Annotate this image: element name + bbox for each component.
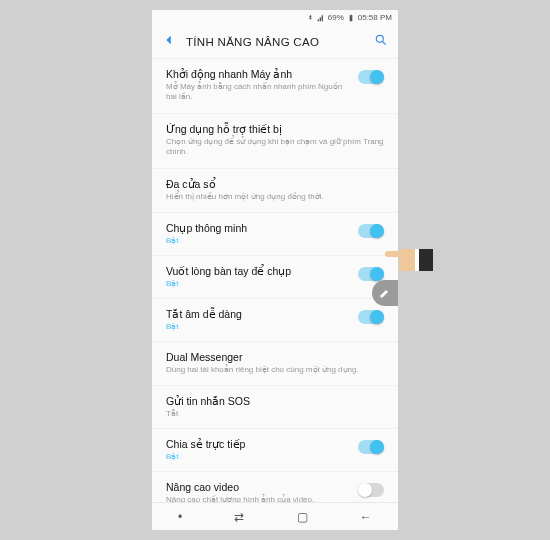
phone-container: 69% 05:58 PM TÍNH NĂNG NÂNG CAO Khởi độn… [152,10,398,530]
nav-back[interactable]: ← [360,510,372,524]
settings-item-title: Gửi tin nhắn SOS [166,395,384,407]
settings-item[interactable]: Ứng dụng hỗ trợ thiết bịChọn ứng dụng để… [152,114,398,169]
toggle-switch[interactable] [358,70,384,84]
settings-item[interactable]: Gửi tin nhắn SOSTắt [152,386,398,429]
settings-item-text: Dual MessengerDùng hai tài khoản riêng b… [166,351,384,375]
bluetooth-icon [306,14,314,22]
settings-item-title: Đa cửa sổ [166,178,384,190]
settings-item-status: Bật [166,279,350,288]
toggle-switch[interactable] [358,483,384,497]
edit-fab[interactable] [372,280,398,306]
settings-item-text: Gửi tin nhắn SOSTắt [166,395,384,418]
settings-item[interactable]: Đa cửa sổHiển thị nhiều hơn một ứng dụng… [152,169,398,213]
settings-item-title: Khởi động nhanh Máy ảnh [166,68,350,80]
battery-percent: 69% [328,13,344,22]
pencil-icon [379,287,391,299]
settings-item-text: Đa cửa sổHiển thị nhiều hơn một ứng dụng… [166,178,384,202]
clock: 05:58 PM [358,13,392,22]
chevron-left-icon [162,33,176,47]
search-icon [374,33,388,47]
settings-item-subtitle: Nâng cao chất lượng hình ảnh của video. [166,495,350,502]
settings-item-status: Bật [166,452,350,461]
settings-item-title: Chia sẻ trực tiếp [166,438,350,450]
settings-item-title: Tắt âm dễ dàng [166,308,350,320]
status-bar: 69% 05:58 PM [152,10,398,25]
nav-home[interactable]: ▢ [297,510,308,524]
search-button[interactable] [374,33,388,51]
settings-item[interactable]: Chia sẻ trực tiếpBật [152,429,398,472]
settings-item-status: Bật [166,322,350,331]
settings-item-subtitle: Dùng hai tài khoản riêng biệt cho cùng m… [166,365,384,375]
svg-line-1 [383,41,386,44]
settings-item-subtitle: Mở Máy ảnh bằng cách nhấn nhanh phím Ngu… [166,82,350,103]
header: TÍNH NĂNG NÂNG CAO [152,25,398,59]
settings-item-text: Vuốt lòng bàn tay để chụpBật [166,265,350,288]
settings-item[interactable]: Tắt âm dễ dàngBật [152,299,398,342]
settings-item-title: Vuốt lòng bàn tay để chụp [166,265,350,277]
settings-item-text: Khởi động nhanh Máy ảnhMở Máy ảnh bằng c… [166,68,350,103]
settings-item-text: Tắt âm dễ dàngBật [166,308,350,331]
settings-item-status: Bật [166,236,350,245]
settings-item-title: Ứng dụng hỗ trợ thiết bị [166,123,384,135]
settings-item[interactable]: Dual MessengerDùng hai tài khoản riêng b… [152,342,398,386]
toggle-switch[interactable] [358,224,384,238]
settings-item-text: Chia sẻ trực tiếpBật [166,438,350,461]
toggle-switch[interactable] [358,267,384,281]
settings-item-status: Tắt [166,409,384,418]
settings-list: Khởi động nhanh Máy ảnhMở Máy ảnh bằng c… [152,59,398,502]
settings-item-text: Nâng cao videoNâng cao chất lượng hình ả… [166,481,350,502]
settings-item[interactable]: Khởi động nhanh Máy ảnhMở Máy ảnh bằng c… [152,59,398,114]
settings-item-subtitle: Hiển thị nhiều hơn một ứng dụng đồng thờ… [166,192,384,202]
settings-item[interactable]: Nâng cao videoNâng cao chất lượng hình ả… [152,472,398,502]
settings-item-text: Ứng dụng hỗ trợ thiết bịChọn ứng dụng để… [166,123,384,158]
nav-bixby[interactable]: • [178,510,182,524]
svg-point-0 [376,35,383,42]
settings-item[interactable]: Chụp thông minhBật [152,213,398,256]
settings-item-text: Chụp thông minhBật [166,222,350,245]
toggle-switch[interactable] [358,310,384,324]
navigation-bar: • ⇄ ▢ ← [152,502,398,530]
settings-item[interactable]: Vuốt lòng bàn tay để chụpBật [152,256,398,299]
signal-icon [317,14,325,22]
settings-item-subtitle: Chọn ứng dụng để sử dụng khi bạn chạm và… [166,137,384,158]
settings-item-title: Nâng cao video [166,481,350,493]
nav-recents[interactable]: ⇄ [234,510,244,524]
page-title: TÍNH NĂNG NÂNG CAO [186,36,374,48]
battery-icon [347,14,355,22]
settings-item-title: Chụp thông minh [166,222,350,234]
toggle-switch[interactable] [358,440,384,454]
settings-item-title: Dual Messenger [166,351,384,363]
back-button[interactable] [162,33,176,51]
